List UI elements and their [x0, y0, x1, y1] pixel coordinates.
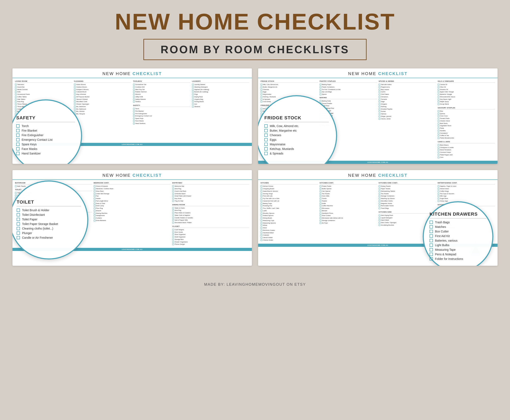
checkbox[interactable]	[261, 205, 262, 207]
checkbox[interactable]	[94, 193, 95, 195]
checkbox[interactable]	[74, 103, 76, 105]
checkbox[interactable]	[320, 193, 321, 195]
checkbox[interactable]	[172, 232, 174, 233]
checkbox[interactable]	[133, 118, 135, 119]
checkbox[interactable]	[438, 123, 439, 124]
checkbox[interactable]	[261, 239, 262, 241]
checkbox[interactable]	[438, 103, 439, 105]
checkbox[interactable]	[320, 91, 321, 93]
checkbox[interactable]	[94, 215, 95, 217]
callout-checkbox[interactable]	[17, 213, 20, 217]
checkbox[interactable]	[320, 208, 321, 209]
checkbox[interactable]	[320, 215, 321, 217]
checkbox[interactable]	[94, 186, 95, 187]
checkbox[interactable]	[438, 113, 439, 115]
callout-checkbox[interactable]	[264, 152, 268, 155]
checkbox[interactable]	[438, 154, 439, 156]
checkbox[interactable]	[438, 157, 439, 158]
checkbox[interactable]	[94, 217, 95, 219]
callout-checkbox[interactable]	[264, 124, 268, 128]
checkbox[interactable]	[379, 186, 380, 187]
checkbox[interactable]	[261, 222, 262, 224]
checkbox[interactable]	[438, 94, 439, 95]
checkbox[interactable]	[192, 86, 194, 88]
callout-checkbox[interactable]	[17, 232, 20, 235]
checkbox[interactable]	[438, 186, 439, 187]
checkbox[interactable]	[438, 190, 439, 192]
checkbox[interactable]	[261, 237, 262, 239]
checkbox[interactable]	[261, 110, 262, 112]
checkbox[interactable]	[133, 120, 135, 122]
checkbox[interactable]	[172, 217, 174, 219]
checkbox[interactable]	[261, 98, 262, 100]
checkbox[interactable]	[172, 219, 174, 221]
checkbox[interactable]	[261, 101, 262, 103]
checkbox[interactable]	[320, 84, 321, 85]
checkbox[interactable]	[172, 207, 174, 209]
checkbox[interactable]	[379, 84, 380, 85]
checkbox[interactable]	[15, 195, 17, 196]
callout-checkbox[interactable]	[16, 138, 20, 141]
checkbox[interactable]	[261, 193, 262, 195]
checkbox[interactable]	[261, 94, 262, 95]
checkbox[interactable]	[379, 203, 380, 204]
callout-checkbox[interactable]	[17, 209, 20, 212]
checkbox[interactable]	[438, 84, 439, 85]
checkbox[interactable]	[438, 144, 439, 146]
callout-checkbox[interactable]	[16, 129, 20, 132]
checkbox[interactable]	[438, 110, 439, 112]
callout-checkbox[interactable]	[429, 248, 433, 251]
checkbox[interactable]	[15, 101, 17, 103]
checkbox[interactable]	[438, 198, 439, 199]
checkbox[interactable]	[172, 188, 174, 190]
checkbox[interactable]	[261, 96, 262, 98]
checkbox[interactable]	[15, 108, 17, 110]
checkbox[interactable]	[172, 190, 174, 192]
checkbox[interactable]	[379, 94, 380, 95]
checkbox[interactable]	[379, 116, 380, 117]
callout-checkbox[interactable]	[429, 225, 433, 228]
checkbox[interactable]	[94, 220, 95, 221]
checkbox[interactable]	[320, 210, 321, 212]
checkbox[interactable]	[15, 111, 17, 112]
checkbox[interactable]	[15, 186, 17, 187]
callout-checkbox[interactable]	[17, 227, 20, 230]
checkbox[interactable]	[438, 147, 439, 149]
checkbox[interactable]	[320, 222, 321, 224]
checkbox[interactable]	[379, 111, 380, 112]
checkbox[interactable]	[438, 98, 439, 100]
checkbox[interactable]	[379, 106, 380, 107]
checkbox[interactable]	[379, 86, 380, 88]
checkbox[interactable]	[261, 195, 262, 197]
checkbox[interactable]	[261, 232, 262, 234]
checkbox[interactable]	[438, 130, 439, 132]
checkbox[interactable]	[438, 101, 439, 103]
checkbox[interactable]	[74, 94, 76, 95]
checkbox[interactable]	[320, 195, 321, 197]
checkbox[interactable]	[261, 208, 262, 209]
checkbox[interactable]	[438, 89, 439, 90]
checkbox[interactable]	[172, 222, 174, 224]
checkbox[interactable]	[172, 241, 174, 243]
checkbox[interactable]	[15, 192, 17, 194]
checkbox[interactable]	[261, 84, 262, 85]
checkbox[interactable]	[261, 215, 262, 217]
checkbox[interactable]	[74, 108, 76, 110]
checkbox[interactable]	[379, 96, 380, 98]
checkbox[interactable]	[379, 103, 380, 105]
checkbox[interactable]	[133, 101, 135, 103]
checkbox[interactable]	[320, 89, 321, 90]
checkbox[interactable]	[192, 98, 194, 100]
callout-checkbox[interactable]	[16, 124, 20, 128]
checkbox[interactable]	[133, 89, 135, 90]
checkbox[interactable]	[261, 220, 262, 221]
checkbox[interactable]	[172, 236, 174, 238]
checkbox[interactable]	[172, 239, 174, 240]
checkbox[interactable]	[74, 106, 76, 107]
checkbox[interactable]	[379, 193, 380, 195]
checkbox[interactable]	[192, 91, 194, 93]
checkbox[interactable]	[320, 217, 321, 219]
checkbox[interactable]	[15, 106, 17, 107]
checkbox[interactable]	[172, 234, 174, 235]
checkbox[interactable]	[94, 188, 95, 190]
